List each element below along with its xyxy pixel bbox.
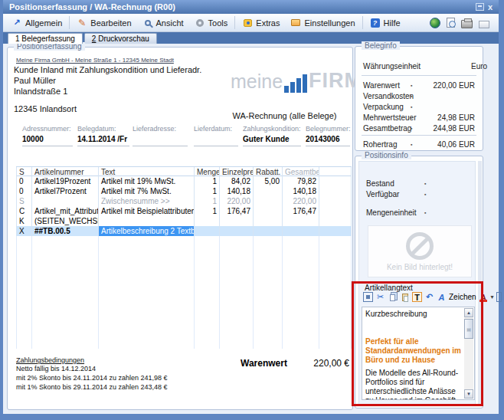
scroll-thumb[interactable]: ▤ [464, 319, 473, 339]
menu-label-bearbeiten: Bearbeiten [90, 18, 131, 28]
title-bar: Positionserfassung / WA-Rechnung (R00) x [3, 0, 499, 14]
window-title: Positionserfassung / WA-Rechnung (R00) [9, 2, 175, 11]
beleginfo-row: Gesamtbetrag▪ 244,98 EUR [363, 124, 475, 133]
tab-belegerfassung[interactable]: 1 Belegerfassung [8, 33, 83, 44]
cut-icon[interactable]: ✂ [375, 292, 385, 302]
divider [362, 75, 476, 76]
table-row-pagebreak[interactable]: K(SEITEN_WECHSEL) [16, 216, 352, 226]
menu-label-extras: Extras [256, 18, 280, 28]
edit-pencil-icon: ✎ [77, 18, 87, 28]
mail-icon[interactable] [479, 21, 489, 28]
folder-icon [290, 18, 301, 28]
scroll-down-button[interactable]: ▼ [464, 389, 473, 399]
langtext-textarea[interactable]: Kurzbeschreibung Perfekt für alle Standa… [362, 307, 475, 400]
sender-line: Meine Firma GmbH - Meine Straße 1 - 1234… [16, 57, 174, 64]
payment-heading: Zahlungsbedingungen [16, 356, 167, 364]
total-value: 220,00 € [279, 358, 349, 369]
table-row[interactable]: CArtikel_mit_AttributenArtikel mit Beisp… [16, 206, 352, 216]
bullet-icon: ▪ [411, 83, 412, 88]
app-window: Positionserfassung / WA-Rechnung (R00) x… [0, 0, 504, 420]
menu-tools[interactable]: Tools [189, 16, 234, 29]
langtext-label: Artikellangtext [365, 284, 413, 292]
globe-icon[interactable] [430, 18, 440, 28]
table-row[interactable]: 0Artikel19ProzentArtikel mit 19% MwSt. 1… [16, 176, 352, 186]
table-row-subtotal[interactable]: SZwischensumme >> 1220,00 220,00 [16, 196, 352, 206]
paste-icon[interactable] [400, 292, 410, 302]
close-icon[interactable]: x [488, 3, 493, 11]
langtext-toolbar: ✂ T ↶ A Zeichen A ▾ [363, 292, 502, 302]
select-block-icon[interactable] [363, 292, 373, 302]
selected-cell: Artikelbeschreibung 2 Textbaustein [99, 226, 195, 236]
beleginfo-row-rohertrag: Rohertrag▪ 40,06 EUR [363, 140, 475, 149]
menu-label-einstellungen: Einstellungen [304, 18, 355, 28]
positionsinfo-groupbox: Positionsinfo Bestand ▪ Verfügbar ▪ Meng… [355, 156, 483, 409]
field-adressnummer[interactable]: Adressnummer: 10000 [22, 125, 73, 146]
help-icon: ? [370, 18, 381, 28]
zeichen-button[interactable]: Zeichen [449, 293, 476, 301]
address-line: Paul Müller [14, 75, 201, 86]
menu-allgemein[interactable]: ↗ Allgemein [6, 16, 67, 29]
scroll-up-button[interactable]: ▲ [464, 308, 473, 317]
table-row-selected[interactable]: X##TB.00.5 Artikelbeschreibung 2 Textbau… [16, 226, 352, 236]
table-row[interactable]: 0Artikel7ProzentArtikel mit 7% MwSt. 114… [16, 186, 352, 196]
field-belegnummer[interactable]: Belegnummer: 20143006 [306, 125, 350, 146]
menu-hilfe[interactable]: ? Hilfe [365, 16, 406, 29]
restore-icon[interactable] [476, 3, 484, 11]
font-icon[interactable]: A [437, 292, 447, 302]
bullet-icon: ▪ [411, 94, 412, 99]
copy-icon[interactable] [388, 292, 398, 302]
menu-einstellungen[interactable]: Einstellungen [285, 16, 360, 29]
undo-icon[interactable]: ↶ [424, 292, 434, 302]
langtext-scrollbar[interactable]: ▲ ▤ ▼ [464, 308, 473, 399]
clipped-toolbar-icon[interactable] [496, 292, 502, 302]
bar-chart-logo-icon [284, 74, 307, 93]
field-lieferadresse[interactable]: Lieferadresse: [133, 125, 188, 146]
no-image-icon [406, 232, 434, 260]
tab-strip: 1 Belegerfassung 2 Druckvorschau [3, 32, 499, 44]
font-color-icon[interactable]: A [479, 292, 489, 302]
groupbox-label: Beleginfo [362, 41, 400, 50]
magnifier-icon [142, 18, 153, 28]
menu-divider [362, 16, 363, 29]
address-line: Kunde Inland mit Zahlungskondition und L… [14, 64, 201, 75]
bullet-icon: ▪ [411, 115, 412, 120]
panel-scrollbar[interactable] [478, 161, 482, 405]
positions-table: S Artikelnummer Text Menge Einzelpreis R… [16, 166, 352, 349]
table-header-row: S Artikelnummer Text Menge Einzelpreis R… [16, 166, 352, 176]
positionsinfo-row: Mengeneinheit ▪ [366, 208, 472, 217]
payment-line: mit 1% Skonto bis 29.11.2014 zu zahlen 2… [16, 382, 167, 392]
tab-druckvorschau[interactable]: 2 Druckvorschau [84, 33, 157, 44]
langtext-paragraph: Die Modelle des All-Round-Portfolios sin… [365, 369, 462, 400]
beleginfo-groupbox: Beleginfo Währungseinheit ▪ Euro Warenwe… [355, 46, 483, 151]
document-history-icon[interactable] [447, 18, 455, 28]
printer-icon[interactable] [461, 20, 473, 28]
positionsinfo-row: Verfügbar ▪ [366, 190, 472, 199]
menu-ansicht[interactable]: Ansicht [137, 16, 189, 29]
bullet-icon: ▪ [411, 64, 412, 69]
address-line: Inlandstraße 1 [14, 86, 201, 97]
menu-divider [69, 16, 70, 29]
beleginfo-row: Warenwert▪ 220,00 EUR [363, 81, 475, 90]
extras-icon [242, 18, 253, 28]
table-empty-area [16, 236, 352, 349]
divider [362, 135, 476, 136]
langtext-paragraph-highlight: Perfekt für alle Standardanwendungen im … [365, 337, 462, 365]
menu-extras[interactable]: Extras [237, 16, 285, 29]
menu-bearbeiten[interactable]: ✎ Bearbeiten [71, 16, 136, 29]
article-image-placeholder: Kein Bild hinterlegt! [368, 225, 472, 277]
text-block-icon[interactable]: T [412, 292, 422, 302]
payment-line: Netto fällig bis 14.12.2014 [16, 364, 167, 373]
chevron-down-icon[interactable]: ▾ [491, 294, 494, 300]
field-lieferdatum[interactable]: Lieferdatum: [194, 125, 238, 146]
address-line: 12345 Inlandsort [14, 103, 201, 114]
beleginfo-row: Verpackung▪ [363, 103, 475, 111]
positionsinfo-row: Bestand ▪ [366, 179, 472, 188]
bullet-icon: ▪ [411, 104, 412, 110]
beleginfo-row-currency: Währungseinheit ▪ Euro [363, 62, 475, 71]
menu-bar: ↗ Allgemein ✎ Bearbeiten Ansicht Tools E… [3, 14, 499, 32]
beleginfo-row: Versandkosten▪ [363, 92, 475, 100]
field-zahlungskondition[interactable]: Zahlungskondition: Guter Kunde [243, 125, 301, 146]
document-title: WA-Rechnung (alle Belege) [218, 111, 352, 120]
main-content: Positionserfassung Meine Firma GmbH - Me… [3, 44, 499, 414]
field-belegdatum[interactable]: Belegdatum: 14.11.2014 /Fr [77, 125, 129, 146]
